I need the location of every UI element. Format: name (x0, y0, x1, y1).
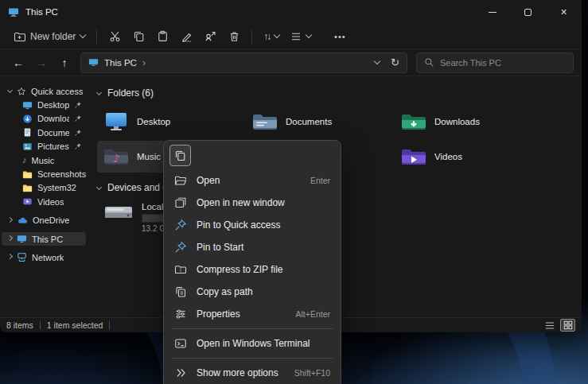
copy-icon (174, 149, 186, 161)
menu-item-pin-to-start[interactable]: Pin to Start (164, 236, 341, 258)
menu-item-copy-as-path[interactable]: Copy as path (164, 281, 341, 303)
sidebar-item-label: Desktop (37, 100, 69, 110)
copy-quick-action-button[interactable] (169, 145, 191, 166)
title-bar: This PC × (0, 0, 582, 24)
folder-tile-desktop[interactable]: Desktop (97, 106, 240, 138)
pin-icon (174, 241, 187, 254)
sidebar-item-music[interactable]: ♪ Music (2, 153, 86, 167)
divider (40, 321, 41, 329)
menu-item-label: Properties (197, 308, 240, 320)
sidebar-item-videos[interactable]: Videos (2, 195, 86, 208)
pin-icon (74, 101, 82, 109)
maximize-button[interactable] (510, 0, 546, 24)
sidebar-item-onedrive[interactable]: OneDrive (2, 214, 86, 227)
up-button[interactable]: ↑ (54, 52, 75, 73)
chevron-down-icon (80, 32, 86, 38)
refresh-icon[interactable]: ↻ (391, 56, 399, 68)
address-dropdown-icon[interactable] (374, 58, 380, 64)
breadcrumb[interactable]: This PC (104, 58, 137, 68)
sidebar-item-label: OneDrive (33, 215, 69, 225)
pin-icon (174, 219, 187, 231)
sort-button[interactable]: ↑↓ (258, 26, 285, 47)
documents-icon (22, 127, 33, 138)
rename-icon (181, 30, 193, 42)
folder-label: Documents (286, 117, 332, 126)
close-button[interactable]: × (546, 0, 582, 24)
rename-button[interactable] (174, 26, 198, 47)
new-folder-button[interactable]: New folder (8, 26, 91, 47)
menu-item-open-in-windows-terminal[interactable]: Open in Windows Terminal (164, 332, 341, 355)
view-icon (290, 31, 302, 42)
menu-item-label: Open in Windows Terminal (197, 338, 310, 349)
chevron-right-icon (7, 235, 13, 241)
forward-button[interactable]: → (31, 52, 52, 73)
more-options-button[interactable]: ••• (328, 26, 352, 47)
menu-item-label: Open (197, 175, 220, 186)
search-box[interactable] (416, 52, 574, 73)
folder-tile-downloads[interactable]: Downloads (395, 106, 538, 138)
paste-button[interactable] (150, 26, 174, 47)
pin-icon (74, 114, 82, 122)
view-button[interactable] (285, 26, 317, 47)
cut-icon (109, 30, 121, 42)
menu-item-pin-to-quick-access[interactable]: Pin to Quick access (164, 214, 341, 236)
folder-tile-documents[interactable]: Documents (246, 106, 389, 138)
menu-separator (172, 328, 333, 329)
cut-button[interactable] (103, 26, 127, 47)
hard-drive-icon (103, 202, 134, 226)
sidebar-item-this-pc[interactable]: This PC (2, 232, 86, 246)
share-button[interactable] (198, 26, 222, 47)
sidebar-item-network[interactable]: Network (2, 250, 86, 264)
menu-item-shortcut: Shift+F10 (294, 368, 330, 378)
context-menu-quick-actions (164, 141, 341, 169)
thumbnails-view-icon (563, 320, 573, 330)
back-button[interactable]: ← (8, 52, 29, 73)
network-icon (17, 252, 27, 262)
copy-icon (133, 30, 145, 42)
sidebar-item-quick-access[interactable]: Quick access (2, 84, 86, 98)
sidebar-item-label: Videos (37, 197, 64, 207)
search-input[interactable] (440, 58, 566, 68)
sidebar-item-label: Quick access (31, 87, 83, 96)
menu-item-open[interactable]: Open Enter (164, 169, 341, 192)
delete-icon (228, 30, 240, 42)
details-view-button[interactable] (542, 319, 557, 332)
divider (109, 321, 110, 329)
address-bar[interactable]: This PC › ↻ (80, 52, 407, 73)
menu-item-label: Pin to Quick access (197, 219, 280, 231)
menu-item-properties[interactable]: Properties Alt+Enter (164, 303, 341, 325)
sidebar-item-system32[interactable]: System32 (2, 181, 86, 195)
show-more-icon (174, 367, 187, 379)
command-bar: New folder ↑↓ ••• (0, 24, 582, 49)
sidebar-item-pictures[interactable]: Pictures (2, 140, 86, 153)
menu-item-label: Open in new window (197, 197, 285, 208)
navigation-pane: Quick access Desktop Downloads Documents… (0, 76, 89, 317)
sidebar-item-screenshots[interactable]: Screenshots (2, 167, 86, 180)
pin-icon (74, 129, 82, 137)
sidebar-item-downloads[interactable]: Downloads (2, 112, 86, 126)
copy-button[interactable] (127, 26, 150, 47)
delete-button[interactable] (222, 26, 246, 47)
menu-item-compress-to-zip[interactable]: Compress to ZIP file (164, 258, 341, 281)
sidebar-item-label: This PC (32, 235, 63, 244)
minimize-button[interactable] (474, 0, 510, 24)
sort-icon: ↑↓ (263, 31, 270, 42)
menu-item-open-in-new-window[interactable]: Open in new window (164, 192, 341, 214)
desktop-folder-icon (103, 111, 129, 132)
divider (251, 29, 252, 44)
chevron-right-icon (7, 217, 13, 223)
folder-tile-videos[interactable]: Videos (395, 141, 538, 173)
chevron-down-icon (96, 89, 102, 95)
chevron-down-icon (7, 87, 13, 93)
menu-item-label: Compress to ZIP file (197, 264, 282, 275)
maximize-icon (524, 9, 532, 16)
folders-section-header[interactable]: Folders (6) (97, 86, 582, 100)
sidebar-item-documents[interactable]: Documents (2, 126, 86, 139)
thumbnails-view-button[interactable] (560, 319, 575, 332)
folder-label: Videos (434, 152, 462, 161)
sidebar-item-label: Music (32, 156, 55, 165)
menu-item-show-more-options[interactable]: Show more options Shift+F10 (164, 362, 341, 384)
sidebar-item-desktop[interactable]: Desktop (2, 98, 86, 111)
zip-icon (174, 263, 187, 276)
new-folder-icon (14, 30, 25, 42)
